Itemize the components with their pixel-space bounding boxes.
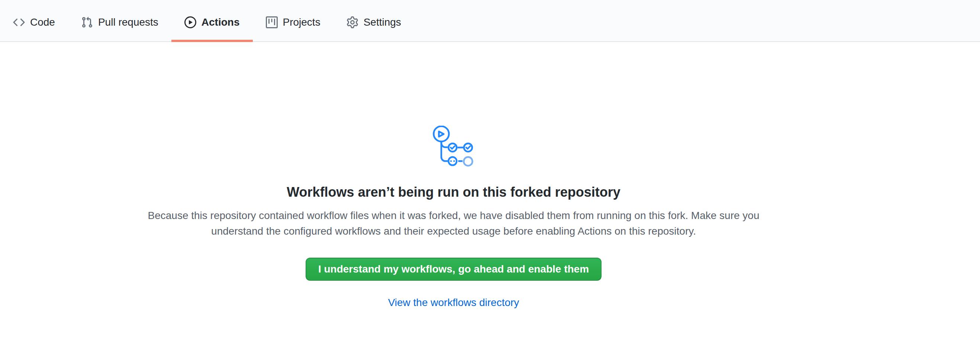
tab-code[interactable]: Code [0,0,68,41]
gear-icon [347,16,358,28]
actions-blankslate: Workflows aren’t being run on this forke… [0,125,907,310]
tab-pull-requests-label: Pull requests [98,16,158,28]
tab-projects-label: Projects [283,16,320,28]
project-board-icon [266,16,278,28]
code-icon [13,16,25,28]
tab-projects[interactable]: Projects [253,0,334,41]
enable-workflows-button[interactable]: I understand my workflows, go ahead and … [305,258,601,281]
repo-nav: Code Pull requests Actions Projects [0,0,980,42]
git-pull-request-icon [81,16,93,28]
tab-actions[interactable]: Actions [172,0,253,41]
blankslate-heading: Workflows aren’t being run on this forke… [0,184,907,200]
tab-settings-label: Settings [364,16,401,28]
actions-workflow-icon [433,125,475,168]
blankslate-description: Because this repository contained workfl… [146,208,761,239]
play-circle-icon [185,16,196,28]
tab-actions-label: Actions [202,16,240,28]
tab-pull-requests[interactable]: Pull requests [68,0,172,41]
view-workflows-directory-link[interactable]: View the workflows directory [388,295,519,310]
active-tab-underline [172,40,253,42]
tab-code-label: Code [30,16,55,28]
tab-settings[interactable]: Settings [334,0,414,41]
